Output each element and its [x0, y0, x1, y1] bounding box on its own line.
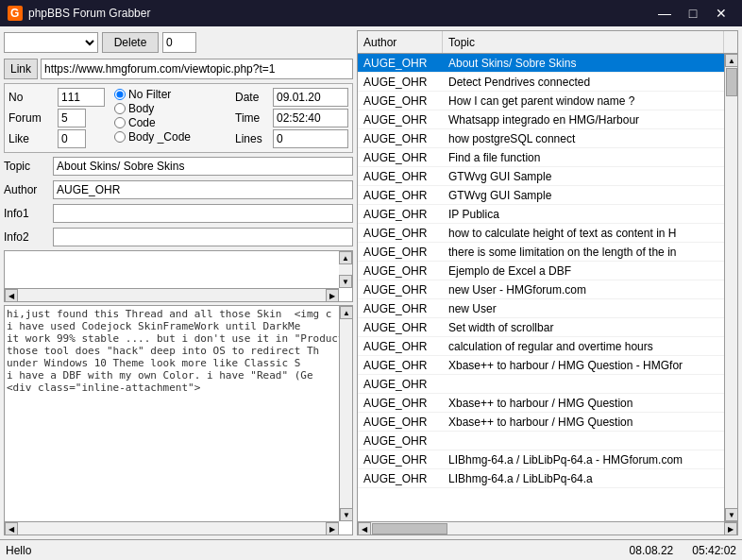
forum-label: Forum [8, 111, 54, 125]
radio-no-filter-input[interactable] [114, 89, 126, 100]
minimize-button[interactable]: — [651, 3, 678, 24]
html-hscroll-right[interactable]: ▶ [326, 522, 339, 535]
table-row[interactable]: AUGE_OHRSet width of scrollbar [358, 318, 724, 337]
lines-input[interactable] [273, 129, 348, 148]
hscroll-right-btn[interactable]: ▶ [326, 289, 339, 302]
table-cell-author: AUGE_OHR [358, 320, 443, 335]
forum-input[interactable] [58, 109, 86, 127]
lines-label: Lines [235, 132, 269, 145]
table-cell-author: AUGE_OHR [358, 188, 443, 203]
radio-code-input[interactable] [114, 117, 126, 128]
table-cell-topic: Detect Pendrives connected [443, 75, 724, 90]
right-fields: Date Time Lines [235, 88, 348, 148]
table-cell-topic: Xbase++ to harbour / HMG Question [443, 415, 724, 430]
table-row[interactable]: AUGE_OHRLIBhmg-64.a / LibLibPq-64.a [358, 469, 724, 488]
topic-input[interactable] [53, 157, 353, 176]
table-row[interactable]: AUGE_OHRcalculation of regular and overt… [358, 337, 724, 356]
table-row[interactable]: AUGE_OHRnew User [358, 299, 724, 318]
html-hscroll-left[interactable]: ◀ [5, 522, 18, 535]
table-hscroll-thumb[interactable] [372, 523, 447, 535]
form-area: No Forum Like No F [4, 83, 353, 153]
table-row[interactable]: AUGE_OHREjemplo de Excel a DBF [358, 262, 724, 280]
table-cell-topic: LIBhmg-64.a / LibLibPq-64.a [443, 471, 724, 486]
date-label: Date [235, 91, 269, 104]
table-row[interactable]: AUGE_OHR [358, 375, 724, 394]
table-row[interactable]: AUGE_OHRthere is some limitation on the … [358, 243, 724, 262]
time-row: Time [235, 109, 348, 127]
table-row[interactable]: AUGE_OHRDetect Pendrives connected [358, 73, 724, 92]
table-cell-topic: new User [443, 301, 724, 316]
table-row[interactable]: AUGE_OHRWhatsapp integrado en HMG/Harbou… [358, 110, 724, 129]
html-hscroll-track [18, 522, 326, 535]
table-row[interactable]: AUGE_OHRGTWvg GUI Sample [358, 186, 724, 205]
table-cell-topic: how to calculate height of text as conte… [443, 226, 724, 241]
radio-code[interactable]: Code [114, 116, 191, 129]
col-header-author: Author [358, 31, 443, 53]
table-cell-topic [443, 440, 724, 442]
form-grid: No Forum Like No F [8, 88, 348, 148]
table-cell-topic: GTWvg GUI Sample [443, 188, 724, 203]
table-row[interactable]: AUGE_OHRHow I can get parent window name… [358, 92, 724, 110]
table-hscroll-right[interactable]: ▶ [724, 522, 737, 535]
radio-no-filter-label: No Filter [128, 88, 171, 101]
like-input[interactable] [58, 129, 86, 148]
date-input[interactable] [273, 88, 348, 107]
html-content: hi,just found this Thread and all those … [5, 306, 339, 521]
table-cell-author: AUGE_OHR [358, 112, 443, 127]
url-input[interactable] [41, 59, 353, 79]
delete-button[interactable]: Delete [102, 32, 159, 53]
table-cell-author: AUGE_OHR [358, 339, 443, 354]
count-input[interactable] [162, 32, 196, 53]
radio-body[interactable]: Body [114, 102, 191, 115]
scroll-up-btn[interactable]: ▲ [339, 251, 352, 264]
window-controls: — □ ✕ [651, 3, 734, 24]
left-fields: No Forum Like [8, 88, 105, 148]
status-text: Hello [6, 544, 626, 557]
html-scroll-down[interactable]: ▼ [340, 508, 353, 521]
table-row[interactable]: AUGE_OHRnew User - HMGforum.com [358, 280, 724, 299]
radio-body-code[interactable]: Body _Code [114, 130, 191, 144]
time-input[interactable] [273, 109, 348, 127]
close-button[interactable]: ✕ [708, 3, 734, 24]
no-input[interactable] [58, 88, 105, 107]
table-row[interactable]: AUGE_OHRFind a file function [358, 148, 724, 167]
table-hscroll-left[interactable]: ◀ [358, 522, 371, 535]
html-vscroll-track [340, 319, 352, 508]
table-row[interactable]: AUGE_OHRhow postgreSQL connect [358, 129, 724, 148]
lines-row: Lines [235, 129, 348, 148]
link-button[interactable]: Link [4, 59, 38, 79]
table-row[interactable]: AUGE_OHRIP Publica [358, 205, 724, 224]
content-hscrollbar: ◀ ▶ [5, 288, 339, 301]
content-textarea[interactable] [5, 251, 339, 288]
radio-no-filter[interactable]: No Filter [114, 88, 191, 101]
html-scroll-up[interactable]: ▲ [340, 306, 353, 319]
table-scroll-up[interactable]: ▲ [725, 54, 737, 67]
table-cell-author: AUGE_OHR [358, 358, 443, 373]
table-row[interactable]: AUGE_OHRLIBhmg-64.a / LibLibPq-64.a - HM… [358, 450, 724, 469]
table-row[interactable]: AUGE_OHR [358, 432, 724, 450]
radio-body-input[interactable] [114, 103, 126, 114]
table-cell-author: AUGE_OHR [358, 377, 443, 392]
table-row[interactable]: AUGE_OHRXbase++ to harbour / HMG Questio… [358, 356, 724, 375]
scroll-down-btn[interactable]: ▼ [339, 275, 352, 288]
table-scroll-thumb[interactable] [726, 68, 737, 96]
info2-label: Info2 [4, 230, 49, 244]
radio-body-code-input[interactable] [114, 131, 126, 143]
table-cell-topic: how postgreSQL connect [443, 131, 724, 146]
info2-row: Info2 [4, 227, 353, 247]
combo-select[interactable] [4, 32, 98, 53]
table-scroll-down[interactable]: ▼ [725, 508, 737, 521]
app-icon: G [8, 6, 23, 21]
table-row[interactable]: AUGE_OHRGTWvg GUI Sample [358, 167, 724, 186]
table-row[interactable]: AUGE_OHRXbase++ to harbour / HMG Questio… [358, 413, 724, 432]
table-row[interactable]: AUGE_OHRhow to calculate height of text … [358, 224, 724, 243]
table-cell-author: AUGE_OHR [358, 207, 443, 222]
maximize-button[interactable]: □ [680, 3, 706, 24]
hscroll-left-btn[interactable]: ◀ [5, 289, 18, 302]
info1-input[interactable] [53, 204, 353, 223]
table-cell-topic: Xbase++ to harbour / HMG Question [443, 396, 724, 411]
author-input[interactable] [53, 180, 353, 199]
table-row[interactable]: AUGE_OHRXbase++ to harbour / HMG Questio… [358, 394, 724, 413]
info2-input[interactable] [53, 228, 353, 246]
table-row[interactable]: AUGE_OHRAbout Skins/ Sobre Skins [358, 54, 724, 73]
